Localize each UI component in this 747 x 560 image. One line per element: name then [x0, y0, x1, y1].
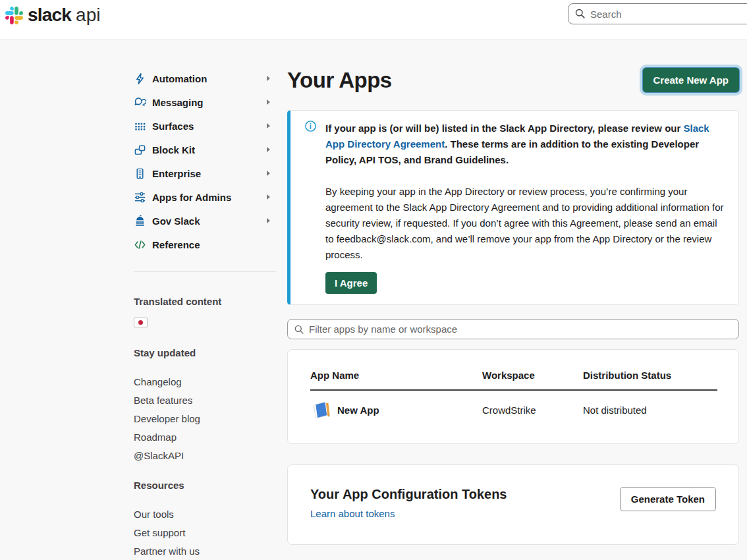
create-new-app-button[interactable]: Create New App [643, 68, 739, 92]
chevron-right-icon [267, 194, 270, 200]
banner-paragraph-2: By keeping your app in the App Directory… [325, 184, 724, 263]
sidebar-item-label: Surfaces [152, 121, 194, 132]
info-icon [304, 120, 317, 132]
sidebar-item-block-kit[interactable]: Block Kit [134, 138, 276, 161]
sidebar-link-partner-with-us[interactable]: Partner with us [134, 542, 276, 560]
filter-apps [287, 319, 739, 339]
logo-text-slack: slack [28, 5, 71, 26]
i-agree-button[interactable]: I Agree [325, 272, 377, 294]
translated-content-heading: Translated content [134, 296, 276, 307]
resources-links: Our tools Get support Partner with us [134, 505, 276, 560]
block-kit-blocks-icon [134, 144, 146, 156]
sidebar-link-slackapi[interactable]: @SlackAPI [134, 447, 276, 465]
default-app-icon [310, 399, 332, 421]
japan-flag-icon[interactable] [134, 318, 148, 327]
app-cell: New App [310, 399, 482, 421]
chevron-right-icon [267, 76, 270, 81]
apps-table-card: App Name Workspace Distribution Status N… [287, 349, 739, 444]
sidebar-item-surfaces[interactable]: Surfaces [134, 114, 276, 138]
learn-about-tokens-link[interactable]: Learn about tokens [310, 508, 395, 519]
col-app-name: App Name [310, 370, 482, 381]
banner-paragraph-1: If your app is (or will be) listed in th… [325, 121, 724, 168]
top-header: slack api [0, 0, 747, 40]
messaging-bubbles-icon [134, 96, 146, 109]
stay-updated-links: Changelog Beta features Developer blog R… [134, 373, 276, 465]
header-search [568, 3, 747, 24]
generate-token-button[interactable]: Generate Token [620, 487, 716, 511]
sidebar-item-gov-slack[interactable]: Gov Slack [134, 209, 276, 233]
gov-building-icon [134, 215, 146, 227]
sidebar-item-enterprise[interactable]: Enterprise [134, 161, 276, 185]
sidebar-link-roadmap[interactable]: Roadmap [134, 428, 276, 447]
surfaces-grid-icon [134, 120, 146, 132]
sidebar-item-label: Reference [152, 239, 200, 250]
chevron-right-icon [267, 171, 270, 176]
page-title: Your Apps [287, 68, 392, 93]
sidebar-item-label: Messaging [152, 97, 204, 108]
workspace-cell: CrowdStrike [482, 405, 583, 416]
sidebar-item-automation[interactable]: Automation [134, 67, 276, 90]
sidebar-link-get-support[interactable]: Get support [134, 524, 276, 542]
sidebar-item-label: Enterprise [152, 168, 201, 179]
col-distribution-status: Distribution Status [583, 370, 717, 381]
banner-p1-prefix: If your app is (or will be) listed in th… [325, 123, 683, 134]
chevron-right-icon [267, 218, 270, 223]
title-row: Your Apps Create New App [287, 64, 739, 96]
sidebar-item-reference[interactable]: Reference [134, 233, 276, 256]
main-content: Your Apps Create New App If your app is … [287, 64, 739, 545]
logo-text-api: api [76, 5, 100, 26]
sidebar-item-apps-for-admins[interactable]: Apps for Admins [134, 185, 276, 209]
tokens-left: Your App Configuration Tokens Learn abou… [310, 487, 507, 520]
sidebar-link-changelog[interactable]: Changelog [134, 373, 276, 391]
stay-updated-heading: Stay updated [134, 347, 276, 358]
apps-table-header: App Name Workspace Distribution Status [310, 370, 717, 391]
status-cell: Not distributed [583, 405, 717, 416]
sidebar-item-label: Automation [152, 73, 207, 84]
chevron-right-icon [267, 123, 270, 128]
sidebar-link-developer-blog[interactable]: Developer blog [134, 410, 276, 428]
filter-search-icon [294, 324, 304, 335]
app-name-link[interactable]: New App [337, 405, 379, 416]
filter-apps-input[interactable] [287, 319, 739, 339]
slack-api-logo[interactable]: slack api [5, 5, 100, 26]
sidebar-item-label: Block Kit [152, 144, 195, 155]
sliders-icon [134, 191, 146, 204]
sidebar-item-messaging[interactable]: Messaging [134, 90, 276, 114]
sidebar-item-label: Gov Slack [152, 215, 200, 227]
chevron-right-icon [267, 147, 270, 152]
sidebar: Automation Messaging Surfaces [134, 67, 276, 560]
table-row[interactable]: New App CrowdStrike Not distributed [310, 391, 717, 421]
search-icon [574, 8, 586, 19]
code-brackets-icon [134, 238, 146, 251]
slack-hash-icon [5, 7, 23, 24]
chevron-right-icon [267, 99, 270, 105]
app-directory-banner: If your app is (or will be) listed in th… [287, 110, 739, 305]
sidebar-link-our-tools[interactable]: Our tools [134, 505, 276, 524]
enterprise-building-icon [134, 167, 146, 180]
col-workspace: Workspace [482, 370, 583, 381]
tokens-heading: Your App Configuration Tokens [310, 487, 507, 502]
search-input[interactable] [568, 3, 747, 24]
config-tokens-card: Your App Configuration Tokens Learn abou… [287, 464, 739, 545]
resources-heading: Resources [134, 480, 276, 491]
automation-lightning-icon [134, 72, 146, 85]
sidebar-item-label: Apps for Admins [152, 192, 231, 203]
sidebar-divider [134, 271, 276, 272]
sidebar-link-beta-features[interactable]: Beta features [134, 391, 276, 410]
